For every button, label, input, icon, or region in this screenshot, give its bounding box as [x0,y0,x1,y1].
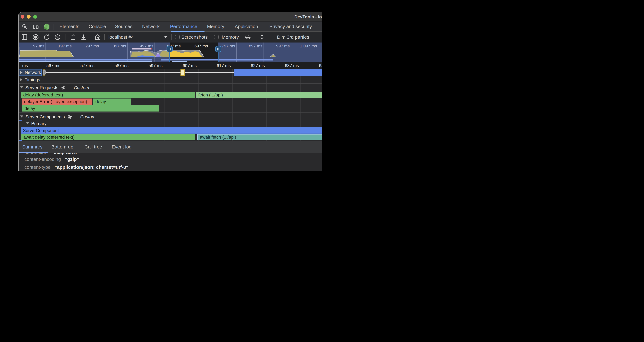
svg-text:497 ms: 497 ms [140,44,154,48]
svg-text:697 ms: 697 ms [194,44,208,48]
svg-text:1,097 ms: 1,097 ms [300,44,317,48]
svg-text:297 ms: 297 ms [86,44,99,48]
svg-text:97 ms: 97 ms [33,44,44,48]
svg-text:397 ms: 397 ms [113,44,126,48]
svg-text:997 ms: 997 ms [276,44,290,48]
svg-text:797 ms: 797 ms [222,44,235,48]
svg-text:197 ms: 197 ms [58,44,72,48]
svg-text:897 ms: 897 ms [249,44,262,48]
